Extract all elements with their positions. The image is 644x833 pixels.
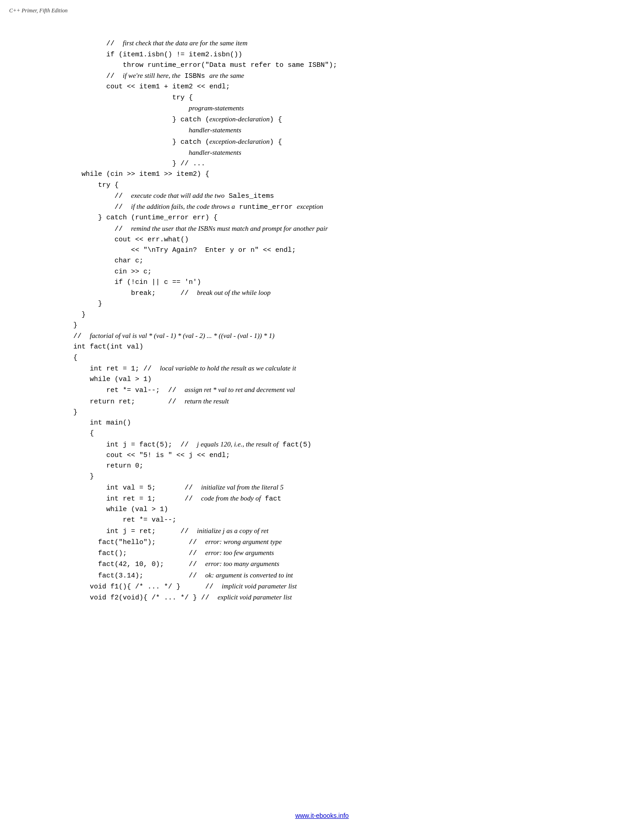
code-line: // execute code that will add the two Sa… xyxy=(73,192,274,200)
code-line: // if the addition fails, the code throw… xyxy=(73,203,323,211)
code-line: int fact(int val) xyxy=(73,343,143,351)
code-line: program-statements xyxy=(73,105,244,113)
code-line: if (item1.isbn() != item2.isbn()) xyxy=(73,51,242,59)
code-line: } catch (exception-declaration) { xyxy=(73,116,282,124)
code-line: handler-statements xyxy=(73,149,241,157)
code-line: int j = fact(5); // j equals 120, i.e., … xyxy=(73,441,311,449)
code-line: fact("hello"); // error: wrong argument … xyxy=(73,539,282,546)
code-line: fact(); // error: too few arguments xyxy=(73,550,274,557)
code-line: int ret = 1; // code from the body of fa… xyxy=(73,495,281,503)
code-line: // first check that the data are for the… xyxy=(73,40,247,48)
code-line: throw runtime_error("Data must refer to … xyxy=(73,61,337,69)
code-line: { xyxy=(73,354,77,362)
code-line: try { xyxy=(73,94,193,102)
code-line: { xyxy=(73,430,94,437)
code-line: // factorial of val is val * (val - 1) *… xyxy=(73,332,274,340)
code-line: return ret; // return the result xyxy=(73,398,229,406)
page-footer[interactable]: www.it-ebooks.info xyxy=(295,812,349,819)
code-line: handler-statements xyxy=(73,127,241,135)
page-content: // first check that the data are for the… xyxy=(73,27,607,614)
code-line: void f2(void){ /* ... */ } // explicit v… xyxy=(73,594,292,602)
code-line: int val = 5; // initialize val from the … xyxy=(73,484,284,492)
code-line: int main() xyxy=(73,419,131,427)
code-line: << "\nTry Again? Enter y or n" << endl; xyxy=(73,246,296,254)
code-line: cout << err.what() xyxy=(73,236,189,244)
code-line: return 0; xyxy=(73,462,143,470)
code-line: int ret = 1; // local variable to hold t… xyxy=(73,365,296,373)
footer-url[interactable]: www.it-ebooks.info xyxy=(295,812,349,819)
code-line: void f1(){ /* ... */ } // implicit void … xyxy=(73,583,297,591)
code-line: } xyxy=(73,473,94,480)
code-line: ret *= val--; // assign ret * val to ret… xyxy=(73,387,295,394)
code-line: fact(3.14); // ok: argument is converted… xyxy=(73,572,293,580)
page-header: C++ Primer, Fifth Edition xyxy=(9,7,68,14)
code-line: try { xyxy=(73,181,119,189)
code-line: cout << "5! is " << j << endl; xyxy=(73,452,230,459)
code-line: } xyxy=(73,408,77,416)
code-line: if (!cin || c == 'n') xyxy=(73,278,201,286)
code-line: } xyxy=(73,300,102,308)
code-block: // first check that the data are for the… xyxy=(73,38,607,603)
code-line: while (val > 1) xyxy=(73,506,168,513)
code-line: } catch (exception-declaration) { xyxy=(73,138,282,146)
code-line: while (val > 1) xyxy=(73,376,152,383)
code-line: } // ... xyxy=(73,160,205,168)
code-line: fact(42, 10, 0); // error: too many argu… xyxy=(73,561,279,568)
code-line: cout << item1 + item2 << endl; xyxy=(73,83,230,91)
code-line: ret *= val--; xyxy=(73,516,176,524)
code-line: cin >> c; xyxy=(73,268,152,276)
code-line: } catch (runtime_error err) { xyxy=(73,214,218,222)
code-line: // remind the user that the ISBNs must m… xyxy=(73,225,328,233)
code-line: char c; xyxy=(73,257,143,265)
code-line: } xyxy=(73,321,77,329)
code-line: // if we're still here, the ISBNs are th… xyxy=(73,72,244,80)
code-line: while (cin >> item1 >> item2) { xyxy=(73,170,209,178)
code-line: break; // break out of the while loop xyxy=(73,289,271,297)
code-line: } xyxy=(73,311,86,319)
code-line: int j = ret; // initialize j as a copy o… xyxy=(73,528,268,535)
